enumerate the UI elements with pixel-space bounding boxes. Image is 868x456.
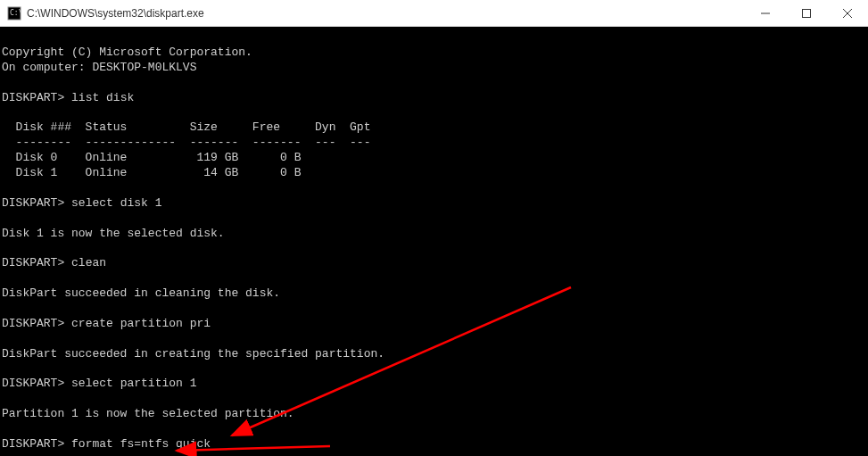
cmd-create-partition: create partition pri bbox=[71, 317, 211, 330]
app-icon: C:\ bbox=[7, 6, 21, 21]
svg-rect-3 bbox=[803, 9, 811, 17]
window-title: C:\WINDOWS\system32\diskpart.exe bbox=[27, 7, 745, 20]
titlebar: C:\ C:\WINDOWS\system32\diskpart.exe bbox=[0, 0, 868, 27]
cmd-select-disk: select disk 1 bbox=[71, 196, 161, 210]
msg-partition-selected: Partition 1 is now the selected partitio… bbox=[2, 407, 294, 420]
prompt: DISKPART> bbox=[2, 437, 64, 451]
console-output[interactable]: Copyright (C) Microsoft Corporation. On … bbox=[0, 27, 868, 456]
msg-disk-selected: Disk 1 is now the selected disk. bbox=[2, 227, 225, 240]
disk-row-1: Disk 1 Online 14 GB 0 B bbox=[2, 166, 301, 179]
cmd-select-partition: select partition 1 bbox=[71, 377, 196, 390]
minimize-button[interactable] bbox=[745, 0, 786, 26]
prompt: DISKPART> bbox=[2, 196, 64, 210]
window-controls bbox=[745, 0, 868, 26]
cmd-list-disk: list disk bbox=[71, 91, 134, 104]
copyright-line: Copyright (C) Microsoft Corporation. bbox=[2, 46, 252, 59]
prompt: DISKPART> bbox=[2, 256, 64, 269]
svg-text:C:\: C:\ bbox=[10, 9, 21, 17]
msg-clean-success: DiskPart succeeded in cleaning the disk. bbox=[2, 286, 280, 300]
cmd-clean: clean bbox=[71, 256, 106, 269]
prompt: DISKPART> bbox=[2, 377, 64, 390]
disk-table-divider: -------- ------------- ------- ------- -… bbox=[2, 136, 370, 149]
close-button[interactable] bbox=[827, 0, 868, 26]
disk-row-0: Disk 0 Online 119 GB 0 B bbox=[2, 151, 301, 164]
msg-partition-success: DiskPart succeeded in creating the speci… bbox=[2, 347, 384, 361]
disk-table-header: Disk ### Status Size Free Dyn Gpt bbox=[2, 120, 370, 134]
cmd-format: format fs=ntfs quick bbox=[71, 437, 211, 451]
computer-line: On computer: DESKTOP-M0LKLVS bbox=[2, 61, 196, 74]
maximize-button[interactable] bbox=[786, 0, 827, 26]
prompt: DISKPART> bbox=[2, 91, 64, 104]
prompt: DISKPART> bbox=[2, 317, 64, 330]
